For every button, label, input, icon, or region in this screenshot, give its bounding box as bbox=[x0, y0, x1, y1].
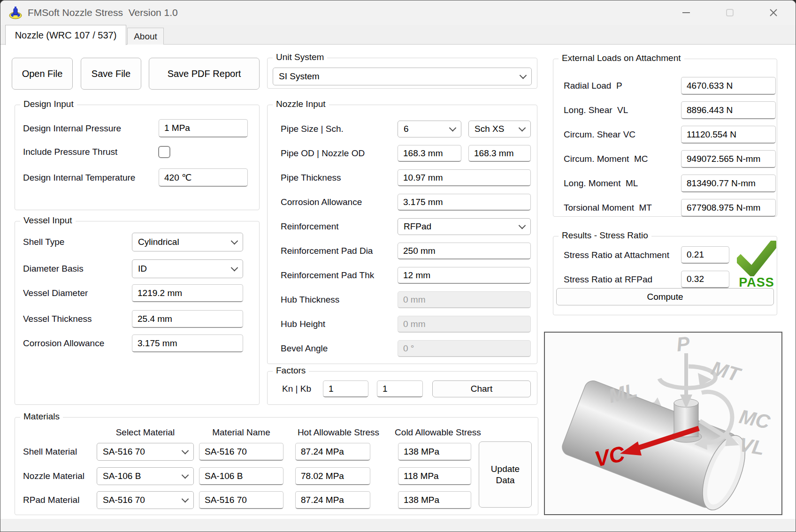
vessel-corrosion-field[interactable]: 3.175 mm bbox=[132, 334, 243, 352]
nozzle-hot-stress-field[interactable]: 78.02 MPa bbox=[295, 467, 370, 485]
pad-dia-field[interactable]: 250 mm bbox=[398, 243, 531, 259]
app-icon bbox=[8, 5, 23, 20]
kb-field[interactable]: 1 bbox=[377, 380, 423, 397]
radial-load-field[interactable]: 4670.633 N bbox=[681, 77, 776, 95]
nozzle-od-field[interactable]: 168.3 mm bbox=[468, 145, 531, 162]
circum-moment-field[interactable]: 949072.565 N-mm bbox=[681, 150, 776, 168]
save-pdf-report-button[interactable]: Save PDF Report bbox=[149, 58, 260, 90]
hub-thickness-field: 0 mm bbox=[398, 291, 531, 308]
shell-material-select-value: SA-516 70 bbox=[103, 447, 183, 457]
pressure-thrust-checkbox[interactable] bbox=[158, 146, 170, 158]
close-button[interactable] bbox=[760, 0, 787, 25]
tab-nozzle-wrc[interactable]: Nozzle (WRC 107 / 537) bbox=[5, 25, 126, 45]
compute-button[interactable]: Compute bbox=[556, 288, 774, 305]
torsional-moment-value: 677908.975 N-mm bbox=[687, 203, 760, 213]
kb-value: 1 bbox=[383, 384, 388, 394]
rpad-material-label: RPad Material bbox=[23, 491, 79, 509]
nozzle-cold-stress-field[interactable]: 118 MPa bbox=[398, 467, 471, 485]
long-moment-field[interactable]: 813490.77 N-mm bbox=[681, 175, 776, 192]
pass-check-icon bbox=[737, 241, 776, 276]
nozzle-material-name: SA-106 B bbox=[205, 471, 243, 481]
torsional-moment-field[interactable]: 677908.975 N-mm bbox=[681, 199, 776, 217]
title-bar: FMSoft Nozzle Stress Version 1.0 bbox=[0, 0, 796, 25]
diagram-label-p: P bbox=[675, 333, 691, 356]
chevron-down-icon bbox=[231, 264, 238, 271]
kn-field[interactable]: 1 bbox=[323, 380, 368, 397]
diagram-label-vl: VL bbox=[737, 433, 766, 460]
diagram-label-mc: MC bbox=[737, 405, 772, 433]
hub-height-label: Hub Height bbox=[281, 316, 325, 333]
open-file-button[interactable]: Open File bbox=[12, 58, 73, 90]
materials-header-select: Select Material bbox=[97, 426, 194, 439]
shell-type-select[interactable]: Cylindrical bbox=[132, 233, 243, 251]
rpad-material-name-field[interactable]: SA-516 70 bbox=[199, 491, 283, 509]
factors-title: Factors bbox=[273, 365, 309, 376]
nozzle-material-name-field[interactable]: SA-106 B bbox=[199, 467, 283, 485]
circum-shear-label: Circum. Shear VC bbox=[564, 126, 635, 144]
pressure-thrust-label: Include Pressure Thrust bbox=[23, 144, 117, 160]
nozzle-corrosion-field[interactable]: 3.175 mm bbox=[398, 194, 531, 211]
long-moment-label: Long. Moment ML bbox=[564, 175, 638, 192]
chart-button[interactable]: Chart bbox=[432, 380, 531, 397]
reinforcement-value: RFPad bbox=[404, 221, 520, 232]
reinforcement-select[interactable]: RFPad bbox=[398, 218, 531, 235]
long-shear-label: Long. Shear VL bbox=[564, 101, 628, 119]
pipe-thickness-value: 10.97 mm bbox=[403, 173, 443, 183]
shell-material-name-field[interactable]: SA-516 70 bbox=[199, 443, 283, 461]
results-title: Results - Stress Ratio bbox=[559, 230, 651, 241]
pad-thk-value: 12 mm bbox=[403, 270, 430, 281]
bevel-angle-field: 0 ° bbox=[398, 340, 531, 357]
stress-ratio-rfpad-value: 0.32 bbox=[687, 274, 704, 284]
pad-dia-value: 250 mm bbox=[403, 246, 436, 256]
design-pressure-field[interactable]: 1 MPa bbox=[159, 119, 248, 137]
unit-system-select[interactable]: SI System bbox=[273, 68, 532, 85]
pad-thk-field[interactable]: 12 mm bbox=[398, 267, 531, 284]
tab-about[interactable]: About bbox=[127, 28, 164, 45]
stress-ratio-attachment-field[interactable]: 0.21 bbox=[681, 246, 729, 264]
vessel-diameter-field[interactable]: 1219.2 mm bbox=[132, 284, 243, 302]
kn-kb-label: Kn | Kb bbox=[282, 380, 311, 397]
pipe-size-select[interactable]: 6 bbox=[398, 121, 461, 137]
update-data-button[interactable]: Update Data bbox=[479, 441, 532, 508]
diameter-basis-select[interactable]: ID bbox=[132, 259, 243, 278]
diameter-basis-value: ID bbox=[138, 264, 232, 274]
stress-ratio-rfpad-label: Stress Ratio at RFPad bbox=[564, 271, 652, 288]
shell-cold-stress-field[interactable]: 138 MPa bbox=[398, 443, 471, 461]
chevron-down-icon bbox=[231, 237, 238, 244]
close-icon bbox=[769, 8, 778, 17]
form-footer bbox=[0, 519, 796, 532]
chevron-down-icon bbox=[519, 221, 526, 229]
shell-material-label: Shell Material bbox=[23, 443, 77, 461]
reinforcement-label: Reinforcement bbox=[281, 218, 339, 235]
maximize-button[interactable] bbox=[716, 0, 743, 25]
hub-height-field: 0 mm bbox=[398, 316, 531, 333]
circum-shear-field[interactable]: 11120.554 N bbox=[681, 126, 776, 144]
materials-header-cold: Cold Allowable Stress bbox=[395, 426, 481, 439]
pipe-od-value: 168.3 mm bbox=[403, 148, 443, 159]
hub-height-value: 0 mm bbox=[403, 319, 426, 329]
bevel-angle-label: Bevel Angle bbox=[281, 340, 328, 357]
shell-hot-stress: 87.24 MPa bbox=[301, 447, 344, 457]
design-temperature-field[interactable]: 420 ℃ bbox=[159, 168, 248, 187]
stress-ratio-attachment-label: Stress Ratio at Attachment bbox=[564, 246, 669, 264]
vessel-thickness-field[interactable]: 25.4 mm bbox=[132, 310, 243, 328]
long-shear-field[interactable]: 8896.443 N bbox=[681, 101, 776, 119]
stress-ratio-rfpad-field[interactable]: 0.32 bbox=[681, 271, 729, 288]
shell-material-select[interactable]: SA-516 70 bbox=[97, 443, 194, 461]
shell-hot-stress-field[interactable]: 87.24 MPa bbox=[295, 443, 370, 461]
rpad-material-select-value: SA-516 70 bbox=[103, 495, 183, 505]
nozzle-material-label: Nozzle Material bbox=[23, 467, 84, 485]
nozzle-od-value: 168.3 mm bbox=[474, 148, 513, 159]
shell-cold-stress: 138 MPa bbox=[404, 447, 439, 457]
nozzle-material-select[interactable]: SA-106 B bbox=[97, 467, 194, 485]
rpad-cold-stress-field[interactable]: 138 MPa bbox=[398, 491, 471, 509]
pipe-thickness-field[interactable]: 10.97 mm bbox=[398, 169, 531, 186]
shell-type-label: Shell Type bbox=[23, 233, 64, 251]
minimize-button[interactable] bbox=[673, 0, 700, 25]
pipe-sch-select[interactable]: Sch XS bbox=[468, 121, 531, 137]
rpad-hot-stress-field[interactable]: 87.24 MPa bbox=[295, 491, 370, 509]
diameter-basis-label: Diameter Basis bbox=[23, 259, 84, 278]
save-file-button[interactable]: Save File bbox=[81, 58, 141, 90]
rpad-material-select[interactable]: SA-516 70 bbox=[97, 491, 194, 509]
pipe-od-field[interactable]: 168.3 mm bbox=[398, 145, 461, 162]
